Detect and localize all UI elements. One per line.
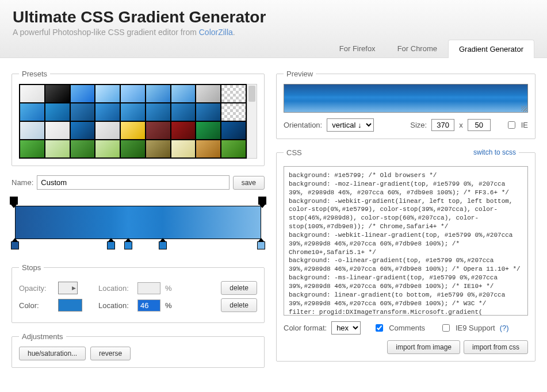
ie9-label: IE9 Support bbox=[456, 324, 495, 332]
preset-swatch[interactable] bbox=[221, 84, 246, 103]
preset-swatch[interactable] bbox=[95, 84, 120, 103]
name-label: Name: bbox=[12, 178, 33, 187]
percent-label: % bbox=[165, 301, 172, 310]
preset-swatch[interactable] bbox=[120, 84, 146, 103]
color-stop-handle[interactable] bbox=[124, 241, 132, 249]
switch-scss-link[interactable]: switch to scss bbox=[473, 148, 516, 156]
tab-gradient-generator[interactable]: Gradient Generator bbox=[448, 40, 534, 58]
size-height-input[interactable] bbox=[468, 119, 491, 131]
preset-swatch[interactable] bbox=[221, 140, 246, 158]
color-stops-track[interactable] bbox=[15, 239, 261, 248]
preset-swatch[interactable] bbox=[146, 140, 171, 158]
preset-swatch[interactable] bbox=[70, 140, 95, 158]
preset-swatch[interactable] bbox=[221, 121, 246, 140]
colorzilla-link[interactable]: ColorZilla bbox=[199, 28, 233, 37]
preset-swatch[interactable] bbox=[20, 140, 45, 158]
preset-swatch[interactable] bbox=[20, 84, 45, 103]
stops-panel: Stops Opacity: ▶ Location: % delete Colo… bbox=[12, 263, 265, 323]
nav-tabs: For FirefoxFor ChromeGradient Generator bbox=[0, 39, 547, 57]
presets-panel: Presets bbox=[12, 70, 265, 166]
gradient-strip[interactable] bbox=[15, 206, 261, 239]
ie9-checkbox[interactable] bbox=[442, 324, 450, 332]
ie-checkbox[interactable] bbox=[508, 121, 515, 129]
preset-swatch[interactable] bbox=[70, 121, 95, 140]
preset-swatch[interactable] bbox=[70, 84, 95, 103]
css-legend: CSS bbox=[286, 148, 302, 157]
ie9-help-icon[interactable]: (?) bbox=[500, 324, 509, 332]
preset-swatch[interactable] bbox=[171, 84, 196, 103]
preview-panel: Preview Orientation: vertical ↓ Size: x bbox=[276, 70, 535, 139]
preset-swatch[interactable] bbox=[45, 84, 70, 103]
page-title: Ultimate CSS Gradient Generator bbox=[0, 0, 547, 28]
preview-legend: Preview bbox=[284, 70, 316, 78]
size-label: Size: bbox=[410, 121, 427, 129]
size-width-input[interactable] bbox=[431, 119, 454, 131]
preset-swatch[interactable] bbox=[45, 103, 70, 121]
opacity-location-input[interactable] bbox=[137, 282, 160, 294]
color-stop-handle[interactable] bbox=[159, 241, 167, 249]
chevron-right-icon: ▶ bbox=[72, 285, 76, 291]
color-format-label: Color format: bbox=[284, 324, 327, 332]
color-stop-handle[interactable] bbox=[257, 241, 265, 249]
opacity-stop-handle[interactable] bbox=[258, 197, 266, 205]
percent-label: % bbox=[165, 284, 172, 293]
delete-color-button[interactable]: delete bbox=[221, 298, 257, 312]
preset-swatch[interactable] bbox=[120, 103, 146, 121]
presets-grid bbox=[19, 84, 247, 159]
preset-swatch[interactable] bbox=[146, 84, 171, 103]
color-stop-handle[interactable] bbox=[11, 241, 19, 249]
preview-box bbox=[284, 84, 528, 113]
preset-swatch[interactable] bbox=[196, 140, 221, 158]
presets-legend: Presets bbox=[19, 70, 50, 78]
hue-saturation-button[interactable]: hue/saturation... bbox=[19, 347, 86, 360]
resize-handle-icon[interactable] bbox=[521, 106, 527, 112]
opacity-location-label: Location: bbox=[98, 284, 133, 293]
name-input[interactable] bbox=[37, 175, 229, 190]
opacity-label: Opacity: bbox=[19, 284, 53, 293]
import-image-button[interactable]: import from image bbox=[387, 340, 460, 354]
save-button[interactable]: save bbox=[233, 176, 265, 190]
opacity-stops-track[interactable] bbox=[14, 198, 262, 205]
opacity-swatch[interactable]: ▶ bbox=[58, 282, 78, 294]
preset-swatch[interactable] bbox=[196, 84, 221, 103]
preset-swatch[interactable] bbox=[171, 103, 196, 121]
import-css-button[interactable]: import from css bbox=[464, 340, 528, 354]
page-subtitle: A powerful Photoshop-like CSS gradient e… bbox=[0, 28, 547, 39]
reverse-button[interactable]: reverse bbox=[90, 347, 131, 360]
preset-swatch[interactable] bbox=[120, 121, 146, 140]
comments-checkbox[interactable] bbox=[376, 324, 383, 332]
delete-opacity-button[interactable]: delete bbox=[221, 281, 257, 295]
scrollbar-thumb[interactable] bbox=[248, 86, 255, 102]
preset-swatch[interactable] bbox=[95, 103, 120, 121]
color-swatch[interactable] bbox=[58, 299, 82, 312]
color-format-select[interactable]: hex bbox=[331, 321, 361, 335]
preset-swatch[interactable] bbox=[45, 140, 70, 158]
adjustments-legend: Adjustments bbox=[19, 332, 66, 341]
preset-swatch[interactable] bbox=[196, 121, 221, 140]
preset-swatch[interactable] bbox=[20, 121, 45, 140]
preset-swatch[interactable] bbox=[221, 103, 246, 121]
preset-swatch[interactable] bbox=[95, 121, 120, 140]
opacity-stop-handle[interactable] bbox=[10, 197, 18, 205]
color-label: Color: bbox=[19, 301, 53, 310]
color-location-input[interactable] bbox=[137, 299, 160, 312]
preset-swatch[interactable] bbox=[95, 140, 120, 158]
preset-swatch[interactable] bbox=[70, 103, 95, 121]
preset-swatch[interactable] bbox=[196, 103, 221, 121]
orientation-select[interactable]: vertical ↓ bbox=[327, 118, 374, 132]
orientation-label: Orientation: bbox=[284, 121, 322, 129]
preset-swatch[interactable] bbox=[146, 121, 171, 140]
css-panel: CSS switch to scss background: #1e5799; … bbox=[276, 148, 535, 362]
color-stop-handle[interactable] bbox=[107, 241, 115, 249]
preset-swatch[interactable] bbox=[171, 121, 196, 140]
preset-swatch[interactable] bbox=[45, 121, 70, 140]
gradient-strip-area bbox=[12, 198, 265, 255]
css-output[interactable]: background: #1e5799; /* Old browsers */ … bbox=[284, 166, 528, 316]
preset-swatch[interactable] bbox=[171, 140, 196, 158]
tab-for-chrome[interactable]: For Chrome bbox=[387, 39, 448, 57]
preset-swatch[interactable] bbox=[120, 140, 146, 158]
preset-swatch[interactable] bbox=[146, 103, 171, 121]
preset-swatch[interactable] bbox=[20, 103, 45, 121]
tab-for-firefox[interactable]: For Firefox bbox=[328, 39, 387, 57]
presets-scrollbar[interactable] bbox=[247, 84, 257, 159]
